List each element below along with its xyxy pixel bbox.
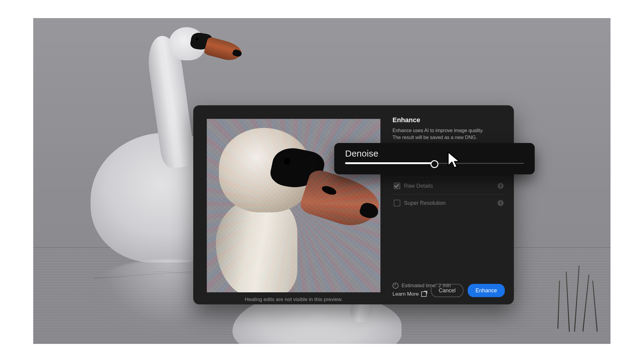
denoise-panel: Denoise [334, 143, 535, 174]
enhance-dialog: Healing edits are not visible in this pr… [193, 105, 514, 304]
external-link-icon [421, 291, 427, 297]
info-icon[interactable]: i [498, 183, 504, 189]
checkbox-icon[interactable] [394, 183, 400, 189]
denoise-title: Denoise [345, 148, 524, 159]
option-raw-details[interactable]: Raw Details i [392, 177, 505, 194]
dialog-title: Enhance [392, 116, 505, 124]
option-label: Super Resolution [404, 200, 446, 206]
info-icon[interactable]: i [498, 200, 504, 206]
denoise-slider[interactable] [345, 162, 524, 164]
slider-thumb[interactable] [431, 160, 438, 168]
clock-icon [392, 283, 399, 289]
option-label: Raw Details [404, 183, 433, 189]
learn-more-label: Learn More [392, 291, 419, 297]
checkbox-icon[interactable] [394, 200, 400, 206]
background-photo: Healing edits are not visible in this pr… [33, 18, 610, 344]
dialog-description: Enhance uses AI to improve image quality… [392, 127, 492, 141]
cancel-button[interactable]: Cancel [431, 284, 463, 297]
enhance-button[interactable]: Enhance [468, 284, 505, 297]
preview-caption: Healing edits are not visible in this pr… [207, 297, 380, 303]
option-super-resolution[interactable]: Super Resolution i [392, 194, 505, 211]
slider-fill [345, 162, 434, 164]
